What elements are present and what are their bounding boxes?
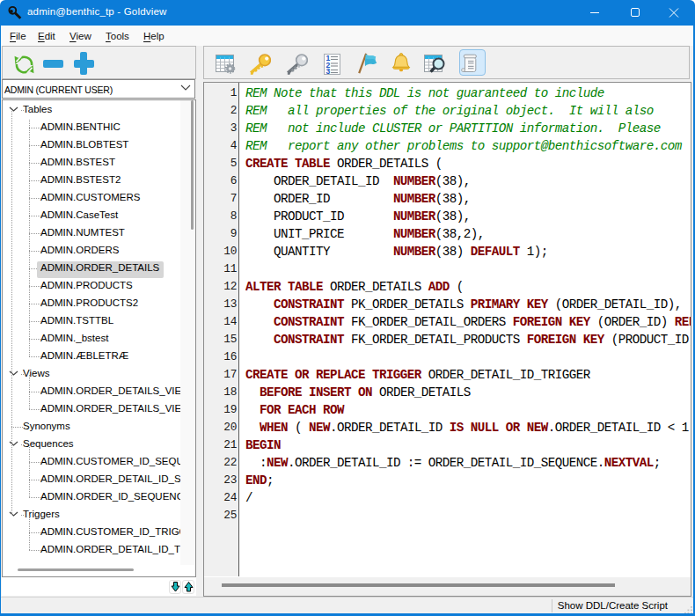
svg-text:3: 3 (326, 67, 331, 76)
